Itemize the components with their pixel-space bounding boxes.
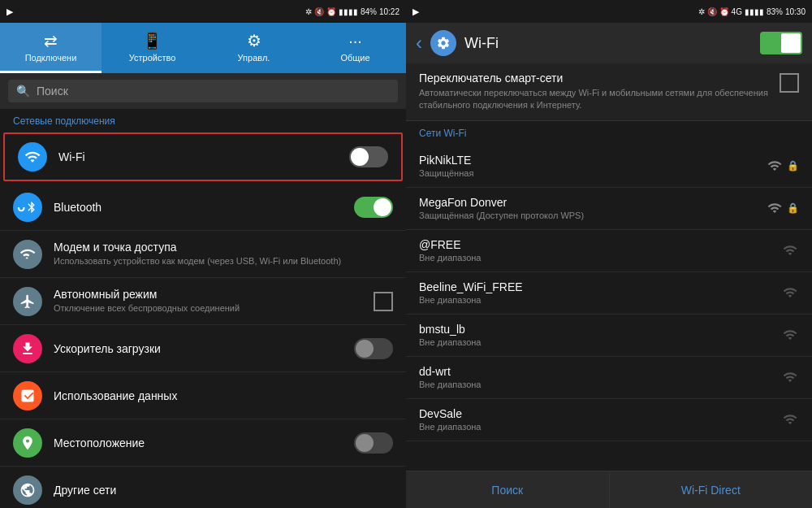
settings-item-bluetooth[interactable]: ᴗ Bluetooth <box>0 184 406 231</box>
wifi-free-text: @FREE Вне диапазона <box>419 238 781 263</box>
wifi-beeline-text: Beeline_WiFi_FREE Вне диапазона <box>419 280 781 305</box>
wifi-megafon-name: MegaFon Donver <box>419 196 766 209</box>
right-panel: ▶ ✲ 🔇 ⏰ 4G ▮▮▮▮ 83% 10:30 ‹ Wi-Fi Перекл… <box>406 0 812 508</box>
airplane-subtitle: Отключение всех беспроводных соединений <box>54 302 374 314</box>
tab-controls[interactable]: ⚙ Управл. <box>203 23 304 73</box>
airplane-checkbox[interactable] <box>374 292 393 311</box>
wifi-devsale-signal <box>781 412 799 427</box>
wifi-network-bmstu[interactable]: bmstu_lb Вне диапазона <box>406 315 812 357</box>
wifi-section-header: Сети Wi-Fi <box>406 121 812 145</box>
settings-item-airplane[interactable]: Автономный режим Отключение всех беспров… <box>0 278 406 325</box>
status-right-right-icons: ✲ 🔇 ⏰ 4G ▮▮▮▮ 83% 10:30 <box>698 7 806 16</box>
settings-item-modem[interactable]: Модем и точка доступа Использовать устро… <box>0 231 406 278</box>
location-toggle[interactable] <box>354 432 393 454</box>
search-placeholder: Поиск <box>37 85 68 98</box>
status-bar-right: ▶ ✲ 🔇 ⏰ 4G ▮▮▮▮ 83% 10:30 <box>406 0 812 23</box>
wifi-ddwrt-status: Вне диапазона <box>419 380 781 389</box>
wifi-header: ‹ Wi-Fi <box>406 23 812 63</box>
signal-icon: ▮▮▮▮ <box>339 7 358 16</box>
airplane-title: Автономный режим <box>54 288 374 301</box>
tab-controls-label: Управл. <box>238 53 270 63</box>
wifi-pikniklte-signal: 🔒 <box>766 158 799 173</box>
wifi-bmstu-status: Вне диапазона <box>419 337 781 347</box>
wifi-page-title: Wi-Fi <box>464 35 752 52</box>
right-bt-icon: ✲ <box>698 7 705 16</box>
wifi-beeline-name: Beeline_WiFi_FREE <box>419 280 781 293</box>
wifi-network-megafon[interactable]: MegaFon Donver Защищённая (Доступен прот… <box>406 188 812 230</box>
wifi-direct-button[interactable]: Wi-Fi Direct <box>610 471 813 508</box>
wifi-bmstu-text: bmstu_lb Вне диапазона <box>419 323 781 347</box>
wifi-pikniklte-status: Защищённая <box>419 168 766 178</box>
status-right-icons: ✲ 🔇 ⏰ ▮▮▮▮ 84% 10:22 <box>305 7 400 16</box>
wifi-network-ddwrt[interactable]: dd-wrt Вне диапазона <box>406 357 812 399</box>
settings-item-speed[interactable]: Ускоритель загрузки <box>0 325 406 372</box>
toggle-knob-bt <box>374 198 391 216</box>
smart-switch-text: Переключатель смарт-сети Автоматически п… <box>419 72 771 112</box>
wifi-free-status: Вне диапазона <box>419 253 781 263</box>
settings-item-wifi[interactable]: Wi-Fi <box>3 132 403 181</box>
connections-icon: ⇄ <box>44 31 58 50</box>
back-button[interactable]: ‹ <box>416 32 422 54</box>
wifi-master-toggle[interactable] <box>760 32 802 54</box>
other-item-text: Другие сети <box>54 484 393 497</box>
wifi-network-beeline[interactable]: Beeline_WiFi_FREE Вне диапазона <box>406 272 812 315</box>
speed-toggle[interactable] <box>354 338 393 359</box>
speed-icon <box>13 334 42 363</box>
wifi-network-devsale[interactable]: DevSale Вне диапазона <box>406 399 812 441</box>
lock-icon-0: 🔒 <box>787 160 799 172</box>
settings-item-data[interactable]: Использование данных <box>0 372 406 419</box>
wifi-pikniklte-name: PikNikLTE <box>419 154 766 167</box>
search-icon: 🔍 <box>16 85 30 98</box>
bluetooth-item-text: Bluetooth <box>54 201 354 214</box>
tab-general-label: Общие <box>340 53 369 63</box>
tab-general[interactable]: ··· Общие <box>304 23 406 73</box>
settings-list: Wi-Fi ᴗ Bluetooth <box>0 130 406 508</box>
wifi-network-free[interactable]: @FREE Вне диапазона <box>406 230 812 272</box>
status-right-left-icons: ▶ <box>412 7 419 17</box>
smart-switch-description: Автоматически переключаться между Wi-Fi … <box>419 87 771 112</box>
bluetooth-title: Bluetooth <box>54 201 354 214</box>
data-icon <box>13 381 42 410</box>
tab-connections[interactable]: ⇄ Подключени <box>0 23 102 73</box>
smart-switch-section: Переключатель смарт-сети Автоматически п… <box>406 63 812 121</box>
toggle-knob-loc <box>356 434 374 452</box>
bluetooth-toggle[interactable] <box>354 197 393 218</box>
modem-item-text: Модем и точка доступа Использовать устро… <box>54 241 393 267</box>
search-input[interactable]: 🔍 Поиск <box>8 80 398 102</box>
settings-item-other[interactable]: Другие сети <box>0 467 406 508</box>
wifi-devsale-text: DevSale Вне диапазона <box>419 407 781 432</box>
location-icon <box>13 428 42 458</box>
smart-switch-checkbox[interactable] <box>780 73 799 93</box>
volume-icon: 🔇 <box>314 7 324 16</box>
device-icon: 📱 <box>142 31 162 50</box>
settings-item-location[interactable]: Местоположение <box>0 419 406 467</box>
right-volume-icon: 🔇 <box>707 7 717 16</box>
bottom-bar: Поиск Wi-Fi Direct <box>406 471 812 508</box>
right-alarm-icon: ⏰ <box>719 7 729 16</box>
wifi-icon <box>18 142 47 172</box>
smart-switch-title: Переключатель смарт-сети <box>419 72 771 85</box>
wifi-list: PikNikLTE Защищённая 🔒 MegaFon Donver За… <box>406 145 812 471</box>
wifi-bmstu-signal <box>781 328 799 342</box>
wifi-ddwrt-signal <box>781 370 799 384</box>
modem-title: Модем и точка доступа <box>54 241 393 254</box>
wifi-network-pikniklte[interactable]: PikNikLTE Защищённая 🔒 <box>406 145 812 188</box>
wifi-ddwrt-text: dd-wrt Вне диапазона <box>419 365 781 389</box>
wifi-toggle[interactable] <box>349 146 388 167</box>
right-network-icon: 4G <box>732 7 742 16</box>
wifi-pikniklte-text: PikNikLTE Защищённая <box>419 154 766 178</box>
right-signal-icon: ▮▮▮▮ <box>745 7 764 16</box>
tab-device[interactable]: 📱 Устройство <box>102 23 203 73</box>
speed-item-text: Ускоритель загрузки <box>54 342 354 355</box>
wifi-gear-icon <box>430 30 456 56</box>
lock-icon-1: 🔒 <box>787 202 799 214</box>
tab-bar: ⇄ Подключени 📱 Устройство ⚙ Управл. ··· … <box>0 23 406 73</box>
search-button[interactable]: Поиск <box>406 471 610 508</box>
alarm-icon: ⏰ <box>326 7 336 16</box>
wifi-toggle-knob <box>781 33 801 53</box>
modem-subtitle: Использовать устройство как модем (через… <box>54 255 393 267</box>
wifi-beeline-status: Вне диапазона <box>419 295 781 305</box>
right-play-icon: ▶ <box>412 7 419 17</box>
tab-device-label: Устройство <box>129 53 176 63</box>
section-header-network: Сетевые подключения <box>0 109 406 130</box>
